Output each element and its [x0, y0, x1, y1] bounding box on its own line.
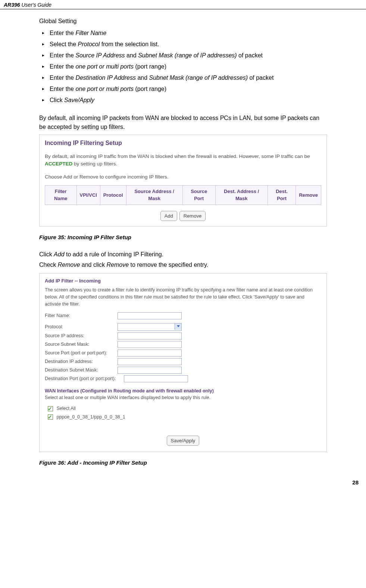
bullet-list: Enter the Filter Name Select the Protoco… [39, 29, 327, 105]
save-apply-button[interactable]: Save/Apply [167, 436, 200, 446]
fig35-desc2: Choose Add or Remove to configure incomi… [45, 173, 321, 181]
wan-interfaces-title: WAN Interfaces (Configured in Routing mo… [45, 388, 321, 395]
figure-36-box: Add IP Filter -- Incoming The screen all… [39, 273, 327, 452]
row-filter-name: Filter Name: [45, 312, 321, 319]
row-source-ip: Source IP address: [45, 332, 321, 339]
click-add-line: Click Add to add a rule of Incoming IP F… [39, 250, 327, 259]
fig35-title: Incoming IP Filtering Setup [45, 139, 321, 148]
label-dest-ip: Destination IP address: [45, 358, 118, 365]
figure-36-caption: Figure 36: Add - Incoming IP Filter Setu… [39, 459, 327, 467]
row-protocol: Protocol: [45, 323, 321, 331]
input-source-ip[interactable] [118, 332, 182, 339]
input-dest-ip[interactable] [118, 358, 182, 365]
figure-35-caption: Figure 35: Incoming IP Filter Setup [39, 233, 327, 242]
doc-suffix: User's Guide [21, 2, 51, 8]
wan-interfaces-sub: Select at least one or multiple WAN inte… [45, 394, 321, 401]
remove-button[interactable]: Remove [179, 211, 206, 221]
main-content: Global Setting Enter the Filter Name Sel… [0, 9, 366, 467]
input-dest-port[interactable] [124, 375, 188, 382]
col-vpi-vci: VPI/VCI [76, 185, 100, 205]
label-dest-mask: Destination Subnet Mask: [45, 367, 118, 374]
input-source-mask[interactable] [118, 341, 182, 348]
list-item: Enter the Destination IP Address and Sub… [39, 73, 327, 82]
header-text: AR396 User's Guide [4, 2, 51, 8]
header-bar: AR396 User's Guide [0, 0, 366, 9]
list-item: Enter the one port or multi ports (port … [39, 85, 327, 94]
checkbox-row-pppoe: pppoe_0_0_38_1/ppp_0_0_38_1 [48, 414, 321, 421]
row-source-port: Source Port (port or port:port): [45, 350, 321, 357]
list-item: Enter the one port or multi ports (port … [39, 62, 327, 71]
label-source-ip: Source IP address: [45, 332, 118, 339]
fig35-button-row: Add Remove [45, 211, 321, 221]
page-number: 28 [0, 475, 366, 489]
label-protocol: Protocol: [45, 323, 118, 331]
col-protocol: Protocol [100, 185, 126, 205]
add-button[interactable]: Add [160, 211, 177, 221]
row-source-mask: Source Subnet Mask: [45, 341, 321, 348]
accepted-word: ACCEPTED [45, 161, 72, 167]
fig36-desc: The screen allows you to create a filter… [45, 287, 321, 307]
fig36-button-row: Save/Apply [45, 436, 321, 446]
col-dest-port: Dest. Port [268, 185, 296, 205]
row-dest-ip: Destination IP address: [45, 358, 321, 365]
select-protocol[interactable] [118, 323, 182, 331]
col-dest-addr: Dest. Address / Mask [215, 185, 268, 205]
list-item: Enter the Filter Name [39, 29, 327, 38]
label-source-mask: Source Subnet Mask: [45, 341, 118, 348]
checkbox-select-all[interactable] [48, 406, 53, 411]
col-source-port: Source Port [182, 185, 215, 205]
col-source-addr: Source Address / Mask [126, 185, 182, 205]
label-source-port: Source Port (port or port:port): [45, 350, 118, 357]
intro-paragraph: By default, all incoming IP packets from… [39, 114, 327, 132]
row-dest-port: Destination Port (port or port:port): [45, 375, 321, 382]
col-remove: Remove [296, 185, 321, 205]
input-dest-mask[interactable] [118, 367, 182, 374]
row-dest-mask: Destination Subnet Mask: [45, 367, 321, 374]
label-pppoe: pppoe_0_0_38_1/ppp_0_0_38_1 [56, 414, 125, 420]
check-remove-line: Check Remove and click Remove to remove … [39, 260, 327, 269]
input-filter-name[interactable] [118, 312, 182, 319]
col-filter-name: Filter Name [45, 185, 77, 205]
global-setting-title: Global Setting [39, 17, 327, 26]
checkbox-pppoe[interactable] [48, 414, 53, 420]
label-dest-port: Destination Port (port or port:port): [45, 375, 124, 382]
chevron-down-icon [177, 325, 180, 327]
list-item: Select the Protocol from the selection l… [39, 40, 327, 49]
fig35-table: Filter Name VPI/VCI Protocol Source Addr… [45, 185, 321, 205]
list-item: Click Save/Apply [39, 96, 327, 105]
label-select-all: Select All [56, 406, 75, 411]
fig36-title: Add IP Filter -- Incoming [45, 277, 321, 285]
checkbox-row-select-all: Select All [48, 405, 321, 412]
product-name: AR396 [4, 2, 20, 8]
list-item: Enter the Source IP Address and Subnet M… [39, 51, 327, 60]
figure-35-box: Incoming IP Filtering Setup By default, … [39, 135, 327, 227]
fig35-desc1: By default, all incoming IP traffic from… [45, 153, 321, 168]
label-filter-name: Filter Name: [45, 312, 118, 319]
input-source-port[interactable] [118, 350, 182, 357]
